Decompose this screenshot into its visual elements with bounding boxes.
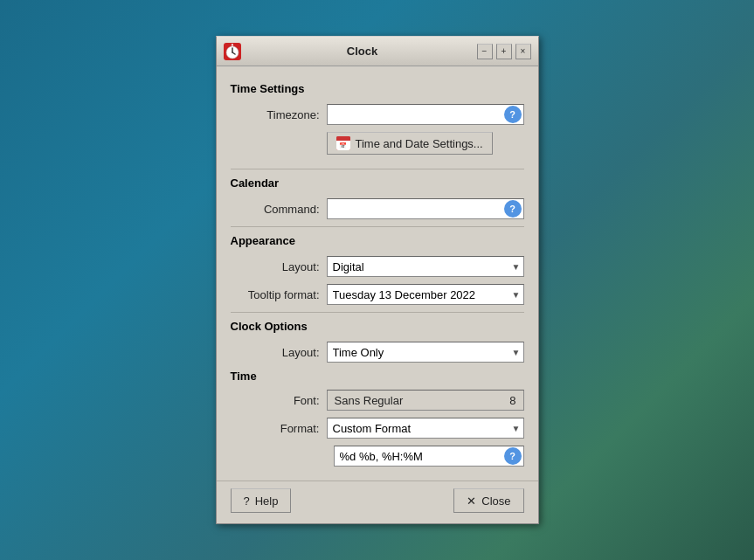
clock-dialog: 8 Clock − + × Time Settings Timezone: ?: [216, 36, 539, 524]
time-settings-header: Time Settings: [231, 82, 524, 95]
help-button[interactable]: ? Help: [231, 488, 292, 513]
clock-layout-dropdown-wrapper: Time Only Date Only Time and Date ▼: [327, 342, 524, 363]
command-input-container: ?: [327, 198, 524, 219]
app-icon: 8: [224, 43, 241, 60]
time-subsection-header: Time: [231, 370, 524, 383]
font-label: Font:: [231, 394, 327, 407]
window-controls: − + ×: [477, 44, 531, 59]
clock-layout-dropdown[interactable]: Time Only Date Only Time and Date: [327, 342, 524, 363]
tooltip-format-dropdown-wrapper: Tuesday 13 December 2022 Short Date Long…: [327, 284, 524, 305]
minimize-button[interactable]: −: [477, 44, 493, 59]
tooltip-format-row: Tooltip format: Tuesday 13 December 2022…: [231, 284, 524, 305]
maximize-button[interactable]: +: [496, 44, 512, 59]
appearance-layout-dropdown-wrapper: Digital Analog Binary Fuzzy ▼: [327, 256, 524, 277]
window-title: Clock: [248, 45, 477, 58]
clock-layout-label: Layout:: [231, 346, 327, 359]
appearance-layout-dropdown[interactable]: Digital Analog Binary Fuzzy: [327, 256, 524, 277]
timezone-row: Timezone: ?: [231, 104, 524, 125]
appearance-header: Appearance: [231, 234, 524, 247]
clock-options-header: Clock Options: [231, 320, 524, 333]
command-label: Command:: [231, 203, 327, 216]
command-input[interactable]: [327, 198, 524, 219]
command-row: Command: ?: [231, 198, 524, 219]
time-date-settings-button[interactable]: 📅 Time and Date Settings...: [327, 132, 493, 155]
close-button-footer[interactable]: ✕ Close: [453, 488, 523, 513]
separator-3: [231, 312, 524, 313]
help-label: Help: [255, 494, 279, 508]
timezone-input-container: ?: [327, 104, 524, 125]
appearance-layout-label: Layout:: [231, 260, 327, 273]
svg-text:8: 8: [231, 43, 233, 48]
format-row: Format: Custom Format 12-hour 24-hour ▼: [231, 418, 524, 439]
help-icon: ?: [244, 494, 250, 508]
command-help-button[interactable]: ?: [504, 200, 522, 218]
titlebar: 8 Clock − + ×: [217, 37, 538, 66]
close-icon: ✕: [467, 494, 476, 508]
tooltip-format-label: Tooltip format:: [231, 288, 327, 301]
close-label: Close: [481, 494, 510, 508]
custom-format-help-button[interactable]: ?: [504, 447, 522, 465]
dialog-footer: ? Help ✕ Close: [217, 480, 538, 523]
font-value: Sans Regular: [335, 394, 404, 407]
tooltip-format-dropdown[interactable]: Tuesday 13 December 2022 Short Date Long…: [327, 284, 524, 305]
custom-format-input[interactable]: [334, 446, 524, 467]
dialog-content: Time Settings Timezone: ? 📅 Time and Dat…: [217, 66, 538, 477]
time-date-btn-label: Time and Date Settings...: [356, 137, 483, 150]
format-dropdown[interactable]: Custom Format 12-hour 24-hour: [327, 418, 524, 439]
appearance-layout-row: Layout: Digital Analog Binary Fuzzy ▼: [231, 256, 524, 277]
close-button[interactable]: ×: [515, 44, 531, 59]
format-label: Format:: [231, 422, 327, 435]
format-dropdown-wrapper: Custom Format 12-hour 24-hour ▼: [327, 418, 524, 439]
timezone-input[interactable]: [327, 104, 524, 125]
separator-2: [231, 226, 524, 227]
calendar-icon: 📅: [336, 136, 350, 150]
clock-layout-row: Layout: Time Only Date Only Time and Dat…: [231, 342, 524, 363]
font-row: Font: Sans Regular 8: [231, 390, 524, 411]
time-date-settings-row: 📅 Time and Date Settings...: [231, 132, 524, 162]
font-field[interactable]: Sans Regular 8: [327, 390, 524, 411]
font-size-value: 8: [509, 394, 515, 407]
timezone-label: Timezone:: [231, 108, 327, 121]
timezone-help-button[interactable]: ?: [504, 106, 522, 123]
separator-1: [231, 169, 524, 169]
custom-format-container: ?: [334, 446, 524, 467]
calendar-header: Calendar: [231, 176, 524, 190]
